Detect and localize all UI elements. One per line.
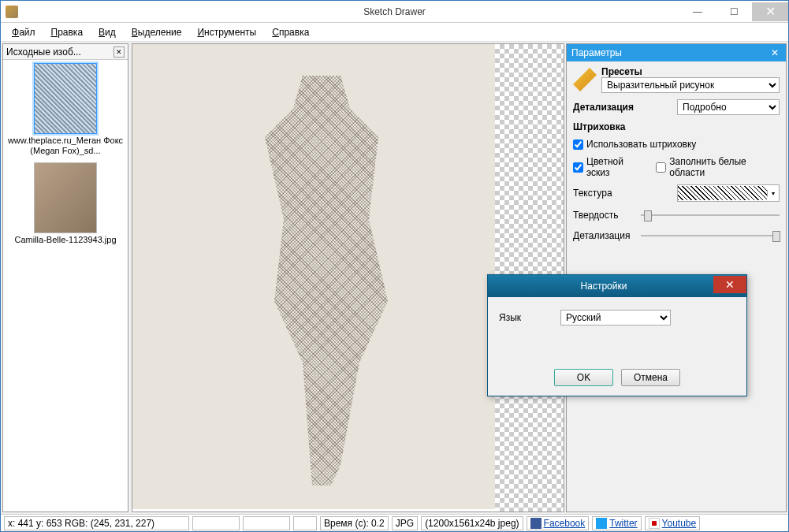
- menu-help[interactable]: Справка: [266, 24, 315, 40]
- detail-slider[interactable]: [641, 229, 780, 243]
- color-sketch-label: Цветной эскиз: [586, 156, 646, 178]
- texture-preview: [678, 186, 767, 200]
- facebook-link[interactable]: Facebook: [527, 516, 590, 530]
- sidebar-title: Исходные изоб...: [6, 47, 81, 58]
- use-hatching-label: Использовать штриховку: [586, 139, 696, 150]
- chevron-down-icon: ▾: [767, 190, 779, 197]
- menu-view[interactable]: Вид: [92, 24, 122, 40]
- thumbnail-item[interactable]: Camilla-Belle-1123943.jpg: [6, 162, 125, 245]
- dialog-title: Настройки: [581, 281, 627, 292]
- minimize-button[interactable]: —: [679, 2, 716, 21]
- status-time: Время (с): 0.2: [320, 516, 389, 530]
- close-button[interactable]: ✕: [752, 2, 788, 21]
- window-title: Sketch Drawer: [363, 6, 426, 17]
- language-label: Язык: [499, 312, 521, 323]
- status-format: JPG: [392, 516, 418, 530]
- detail2-label: Детализация: [573, 230, 636, 241]
- status-empty2: [243, 516, 290, 530]
- titlebar: Sketch Drawer — ☐ ✕: [1, 1, 788, 23]
- pencil-icon: [573, 68, 597, 91]
- app-icon: [6, 6, 18, 18]
- status-dims: (1200x1561x24b jpeg): [421, 516, 523, 530]
- maximize-button[interactable]: ☐: [716, 2, 752, 21]
- youtube-icon: [649, 518, 660, 529]
- cancel-button[interactable]: Отмена: [621, 369, 680, 386]
- thumbnail-label: www.theplace.ru_Меган Фокс (Megan Fox)_s…: [6, 136, 125, 156]
- detail-label: Детализация: [573, 102, 634, 113]
- ok-button[interactable]: OK: [554, 369, 613, 386]
- twitter-link[interactable]: Twitter: [592, 516, 641, 530]
- facebook-icon: [530, 518, 542, 529]
- thumbnail-list: www.theplace.ru_Меган Фокс (Megan Fox)_s…: [3, 60, 128, 255]
- preset-select[interactable]: Выразительный рисунок: [601, 77, 780, 93]
- language-select[interactable]: Русский: [560, 310, 671, 326]
- params-close-button[interactable]: ✕: [769, 47, 781, 58]
- dialog-titlebar: Настройки ✕: [488, 275, 746, 297]
- sidebar-close-button[interactable]: ✕: [114, 47, 125, 58]
- sketch-preview: [132, 44, 495, 509]
- settings-dialog: Настройки ✕ Язык Русский OK Отмена: [487, 274, 747, 396]
- thumbnail-item[interactable]: www.theplace.ru_Меган Фокс (Megan Fox)_s…: [6, 63, 125, 156]
- color-sketch-checkbox[interactable]: [573, 162, 583, 173]
- fill-white-label: Заполнить белые области: [669, 156, 780, 178]
- statusbar: x: 441 y: 653 RGB: (245, 231, 227) Время…: [1, 514, 788, 531]
- hatching-label: Штриховка: [573, 121, 780, 132]
- youtube-link[interactable]: Youtube: [645, 516, 701, 530]
- menu-file-label: айл: [19, 27, 35, 38]
- dialog-close-button[interactable]: ✕: [713, 276, 746, 293]
- source-images-panel: Исходные изоб... ✕ www.theplace.ru_Меган…: [2, 43, 128, 512]
- presets-label: Пресеты: [601, 66, 780, 77]
- texture-select[interactable]: ▾: [677, 184, 780, 202]
- use-hatching-checkbox[interactable]: [573, 140, 583, 150]
- thumbnail-image: [34, 162, 97, 233]
- menu-tools[interactable]: Инструменты: [191, 24, 262, 40]
- main-window: Sketch Drawer — ☐ ✕ Файл Правка Вид Выде…: [0, 0, 789, 532]
- params-header: Параметры ✕: [567, 44, 786, 61]
- menu-edit[interactable]: Правка: [45, 24, 90, 40]
- menu-selection[interactable]: Выделение: [125, 24, 188, 40]
- status-empty1: [192, 516, 240, 530]
- detail-select[interactable]: Подробно: [677, 99, 780, 115]
- params-title: Параметры: [571, 47, 622, 58]
- menubar: Файл Правка Вид Выделение Инструменты Сп…: [1, 23, 788, 42]
- fill-white-checkbox[interactable]: [656, 162, 666, 173]
- menu-file[interactable]: Файл: [6, 24, 42, 40]
- hardness-slider[interactable]: [641, 208, 780, 222]
- hardness-label: Твердость: [573, 210, 636, 221]
- status-empty3: [293, 516, 317, 530]
- texture-label: Текстура: [573, 188, 612, 199]
- thumbnail-image: [34, 63, 97, 134]
- thumbnail-label: Camilla-Belle-1123943.jpg: [6, 235, 125, 245]
- sidebar-header: Исходные изоб... ✕: [3, 44, 128, 60]
- twitter-icon: [596, 518, 607, 529]
- status-coords: x: 441 y: 653 RGB: (245, 231, 227): [4, 516, 189, 530]
